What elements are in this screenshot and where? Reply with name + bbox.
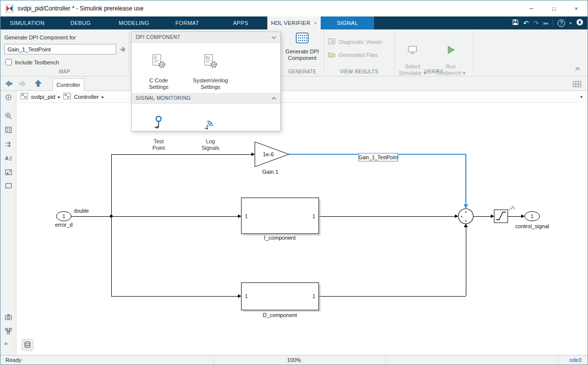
save-icon[interactable] <box>512 19 519 27</box>
test-point-label-text: Test Point <box>152 138 165 151</box>
c-code-settings-button[interactable]: C C Code Settings <box>139 47 179 90</box>
collapse-ribbon-icon[interactable] <box>575 64 581 73</box>
svg-text:Gain_1_TestPoint: Gain_1_TestPoint <box>359 155 398 160</box>
tab-modeling[interactable]: MODELING <box>107 16 161 29</box>
svg-text:1: 1 <box>312 214 315 219</box>
saturation-block[interactable] <box>494 210 508 223</box>
svg-text:1: 1 <box>531 214 534 219</box>
route-signal-icon[interactable] <box>4 140 12 148</box>
breadcrumb-separator-icon[interactable]: ▸ <box>102 94 104 99</box>
resources-icon[interactable] <box>576 18 584 27</box>
breadcrumb-item-subsystem[interactable]: Controller <box>74 94 99 100</box>
svg-text:error_d: error_d <box>55 222 72 228</box>
tab-debug[interactable]: DEBUG <box>54 16 107 29</box>
status-divider <box>213 357 214 365</box>
systemverilog-settings-button[interactable]: SV SystemVerilog Settings <box>191 47 230 90</box>
signal-gallery-panel: DPI COMPONENT C C Code Settings SV Syste… <box>131 31 281 131</box>
close-tab-icon[interactable]: × <box>314 20 317 26</box>
image-icon[interactable] <box>4 168 12 176</box>
svg-text:1: 1 <box>62 214 65 219</box>
area-box-icon[interactable] <box>4 182 12 190</box>
signal-monitoring-row: Test Point Log Signals <box>132 104 280 154</box>
include-testbench-label: Include Testbench <box>15 59 59 65</box>
model-canvas[interactable]: Gain_1_TestPoint 1 error_d double 1e-6 G… <box>16 103 588 355</box>
dpi-component-header: DPI COMPONENT <box>132 32 280 43</box>
status-bar: Ready 100% ode3 <box>0 355 588 365</box>
breadcrumb-separator-icon[interactable]: ▸ <box>58 94 61 99</box>
sum-block[interactable]: + + + <box>458 209 473 224</box>
inport-block[interactable]: 1 error_d <box>55 212 72 228</box>
viewmarks-grid-icon[interactable] <box>573 80 582 89</box>
svg-text:Gain 1: Gain 1 <box>262 169 278 175</box>
model-browser-icon[interactable] <box>4 327 12 335</box>
forward-icon[interactable] <box>18 80 27 89</box>
outport-block[interactable]: 1 control_signal <box>515 212 549 230</box>
breadcrumb-dropdown-icon[interactable]: ▾ <box>580 94 583 99</box>
subsystem-icon <box>20 93 28 100</box>
svg-text:+: + <box>460 214 463 219</box>
collapse-section-icon[interactable] <box>271 35 276 39</box>
undo-icon[interactable]: ↶ <box>523 19 529 27</box>
more-tools-icon[interactable]: » <box>4 340 7 347</box>
include-testbench-checkbox[interactable] <box>5 59 12 65</box>
navigation-toolbar: Controller <box>0 76 588 91</box>
generate-dpi-icon <box>281 30 324 47</box>
d-component-block[interactable]: 1 1 D_component <box>241 283 321 318</box>
wire-junction-dot <box>110 215 113 218</box>
document-tab-controller[interactable]: Controller <box>52 78 84 91</box>
generated-files-button[interactable]: Generated Files <box>328 50 378 59</box>
svg-text:1: 1 <box>245 294 248 299</box>
test-point-button[interactable]: Test Point <box>139 108 179 151</box>
run-testbench-button[interactable]: Run Testbench ▾ <box>432 31 470 83</box>
svg-text:SV: SV <box>205 56 210 59</box>
diagnostic-viewer-label: Diagnostic Viewer <box>339 39 383 45</box>
log-signals-icon <box>191 115 230 130</box>
svg-text:control_signal: control_signal <box>515 223 549 229</box>
help-caret-icon[interactable]: ▾ <box>570 21 572 25</box>
run-testbench-icon <box>432 38 470 57</box>
viewmark-camera-icon[interactable] <box>4 313 12 321</box>
wire-d-to-sum[interactable] <box>319 227 466 296</box>
tab-apps[interactable]: APPS <box>214 16 267 29</box>
breadcrumb-item-model[interactable]: svdpi_pid <box>31 94 55 100</box>
dpi-component-row: C C Code Settings SV SystemVerilog Setti… <box>132 43 280 93</box>
up-to-parent-icon[interactable] <box>34 79 42 89</box>
section-label-view-results: VIEW RESULTS <box>324 69 394 74</box>
toolbar-overflow-icon[interactable]: »▾ <box>543 20 548 26</box>
tab-signal[interactable]: SIGNAL <box>321 16 374 29</box>
tab-format[interactable]: FORMAT <box>161 16 214 29</box>
select-simulator-button[interactable]: Select Simulator ▾ <box>393 31 431 83</box>
status-solver[interactable]: ode3 <box>570 357 582 363</box>
tab-hdl-verifier[interactable]: HDL VERIFIER × <box>267 16 321 29</box>
ribbon-tabbar: SIMULATION DEBUG MODELING FORMAT APPS HD… <box>0 16 588 29</box>
dpi-component-name-input[interactable] <box>4 44 116 54</box>
close-button[interactable]: × <box>565 0 588 16</box>
zoom-icon[interactable] <box>4 112 12 120</box>
generated-files-label: Generated Files <box>339 52 378 58</box>
c-code-settings-icon: C <box>139 54 179 69</box>
status-divider <box>386 357 386 365</box>
minimize-button[interactable]: ─ <box>520 0 543 16</box>
back-icon[interactable] <box>4 80 13 89</box>
ribbon-divider <box>324 31 324 74</box>
expand-section-icon[interactable] <box>271 96 276 100</box>
subsystem-icon <box>63 93 71 100</box>
redo-icon[interactable]: ↷ <box>533 19 539 27</box>
model-data-badge[interactable] <box>21 339 33 351</box>
maximize-button[interactable]: □ <box>543 0 565 16</box>
section-label-generate: GENERATE <box>281 69 324 74</box>
tab-simulation[interactable]: SIMULATION <box>0 16 54 29</box>
i-component-block[interactable]: 1 1 I_component <box>241 198 321 241</box>
annotation-icon[interactable]: A <box>4 154 12 162</box>
log-signals-button[interactable]: Log Signals <box>191 108 230 151</box>
browser-toggle-icon[interactable] <box>4 93 12 101</box>
pin-icon[interactable] <box>119 45 127 55</box>
svg-text:D_component: D_component <box>263 312 297 318</box>
fit-to-view-icon[interactable] <box>4 126 12 134</box>
status-zoom-level: 100% <box>0 357 588 363</box>
test-point-label[interactable]: Gain_1_TestPoint <box>359 153 398 161</box>
diagnostic-viewer-button[interactable]: Diagnostic Viewer <box>328 37 383 46</box>
generate-dpi-component-button[interactable]: Generate DPI Component <box>281 30 324 61</box>
help-icon[interactable]: ? <box>558 19 565 27</box>
svg-text:A: A <box>5 156 8 161</box>
